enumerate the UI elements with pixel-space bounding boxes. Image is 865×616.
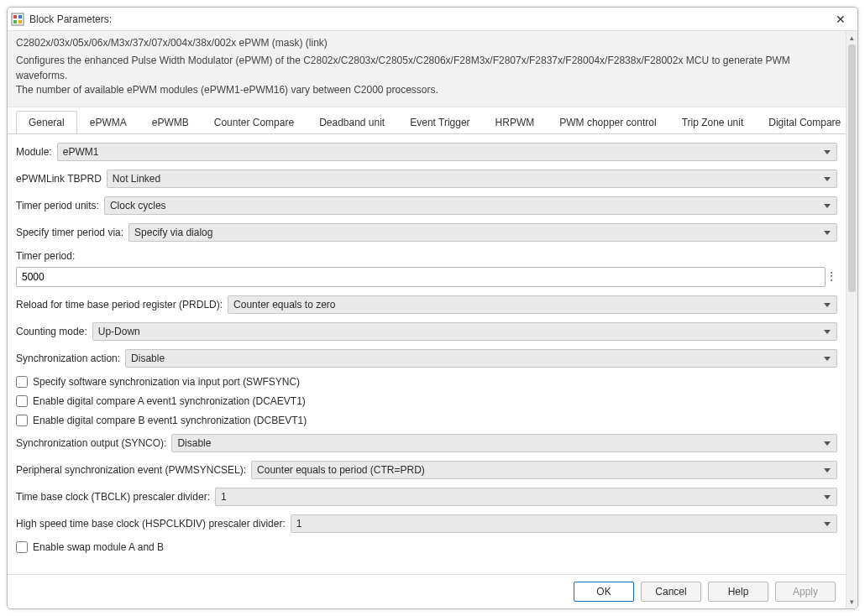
scroll-down-icon[interactable]: ▾ bbox=[847, 595, 857, 608]
dcbevt1-checkbox[interactable] bbox=[16, 415, 28, 426]
reload-prdld-select[interactable]: Counter equals to zero bbox=[228, 295, 837, 314]
epwmlink-tbprd-label: ePWMLink TBPRD bbox=[16, 173, 102, 185]
scroll-up-icon[interactable]: ▴ bbox=[847, 31, 857, 44]
epwmlink-tbprd-select[interactable]: Not Linked bbox=[107, 170, 837, 188]
hspclkdiv-select[interactable]: 1 bbox=[291, 514, 837, 533]
swfsync-label: Specify software synchronization via inp… bbox=[33, 376, 300, 388]
tab-counter-compare[interactable]: Counter Compare bbox=[202, 111, 307, 133]
mask-header: C2802x/03x/05x/06x/M3x/37x/07x/004x/38x/… bbox=[8, 31, 846, 107]
tbclk-label: Time base clock (TBCLK) prescaler divide… bbox=[16, 491, 210, 503]
window-title: Block Parameters: bbox=[29, 13, 829, 25]
timer-period-units-label: Timer period units: bbox=[16, 200, 99, 211]
specify-timer-period-via-label: Specify timer period via: bbox=[16, 227, 123, 238]
tab-hrpwm[interactable]: HRPWM bbox=[483, 111, 548, 133]
pwmsyncsel-label: Peripheral synchronization event (PWMSYN… bbox=[16, 464, 246, 476]
specify-timer-period-via-select[interactable]: Specify via dialog bbox=[128, 223, 837, 242]
tab-content-general: Module: ePWM1 ePWMLink TBPRD Not Linked … bbox=[8, 133, 846, 574]
tab-deadband-unit[interactable]: Deadband unit bbox=[307, 111, 397, 133]
svg-rect-2 bbox=[18, 15, 22, 18]
timer-period-more-icon[interactable]: ⋮ bbox=[826, 267, 837, 287]
app-icon bbox=[11, 13, 24, 26]
swap-ab-label: Enable swap module A and B bbox=[33, 541, 164, 553]
tab-pwm-chopper[interactable]: PWM chopper control bbox=[547, 111, 668, 133]
vertical-scrollbar[interactable]: ▴ ▾ bbox=[846, 31, 857, 608]
block-parameters-dialog: Block Parameters: ✕ C2802x/03x/05x/06x/M… bbox=[7, 7, 858, 609]
close-icon[interactable]: ✕ bbox=[829, 10, 852, 29]
timer-period-label: Timer period: bbox=[16, 250, 75, 262]
scroll-thumb[interactable] bbox=[848, 44, 856, 292]
module-label: Module: bbox=[16, 146, 52, 158]
content: C2802x/03x/05x/06x/M3x/37x/07x/004x/38x/… bbox=[8, 31, 846, 608]
svg-rect-4 bbox=[18, 20, 22, 23]
dcbevt1-label: Enable digital compare B event1 synchron… bbox=[33, 415, 307, 426]
hspclkdiv-label: High speed time base clock (HSPCLKDIV) p… bbox=[16, 518, 286, 530]
tab-digital-compare[interactable]: Digital Compare bbox=[756, 111, 846, 133]
pwmsyncsel-select[interactable]: Counter equals to period (CTR=PRD) bbox=[251, 461, 837, 479]
sync-action-label: Synchronization action: bbox=[16, 352, 120, 364]
tab-epwmb[interactable]: ePWMB bbox=[139, 111, 202, 133]
mask-desc-line-1: Configures the enhanced Pulse Width Modu… bbox=[16, 54, 837, 83]
svg-rect-1 bbox=[13, 15, 17, 18]
mask-title-line: C2802x/03x/05x/06x/M3x/37x/07x/004x/38x/… bbox=[16, 36, 837, 50]
counting-mode-select[interactable]: Up-Down bbox=[92, 322, 837, 341]
dcaevt1-checkbox[interactable] bbox=[16, 395, 28, 407]
tab-general[interactable]: General bbox=[16, 111, 77, 133]
reload-prdld-label: Reload for time base period register (PR… bbox=[16, 299, 223, 311]
synco-label: Synchronization output (SYNCO): bbox=[16, 437, 166, 449]
sync-action-select[interactable]: Disable bbox=[125, 349, 837, 368]
scroll-track[interactable] bbox=[847, 44, 857, 595]
module-select[interactable]: ePWM1 bbox=[57, 143, 837, 161]
tbclk-select[interactable]: 1 bbox=[215, 488, 837, 506]
svg-rect-3 bbox=[13, 20, 17, 23]
synco-select[interactable]: Disable bbox=[171, 434, 837, 452]
dialog-footer: OK Cancel Help Apply bbox=[8, 574, 846, 608]
dcaevt1-label: Enable digital compare A event1 synchron… bbox=[33, 395, 306, 407]
counting-mode-label: Counting mode: bbox=[16, 326, 87, 337]
timer-period-input[interactable] bbox=[16, 267, 826, 287]
ok-button[interactable]: OK bbox=[574, 582, 634, 602]
tab-event-trigger[interactable]: Event Trigger bbox=[397, 111, 482, 133]
apply-button[interactable]: Apply bbox=[775, 582, 836, 602]
timer-period-units-select[interactable]: Clock cycles bbox=[104, 196, 837, 215]
cancel-button[interactable]: Cancel bbox=[641, 582, 701, 602]
help-button[interactable]: Help bbox=[708, 582, 768, 602]
tab-trip-zone[interactable]: Trip Zone unit bbox=[669, 111, 757, 133]
tabs: General ePWMA ePWMB Counter Compare Dead… bbox=[8, 107, 846, 133]
swfsync-checkbox[interactable] bbox=[16, 376, 28, 388]
swap-ab-checkbox[interactable] bbox=[16, 541, 28, 553]
body-area: C2802x/03x/05x/06x/M3x/37x/07x/004x/38x/… bbox=[8, 31, 857, 608]
titlebar: Block Parameters: ✕ bbox=[8, 8, 857, 31]
mask-desc-line-2: The number of available ePWM modules (eP… bbox=[16, 83, 837, 97]
tab-epwma[interactable]: ePWMA bbox=[77, 111, 139, 133]
